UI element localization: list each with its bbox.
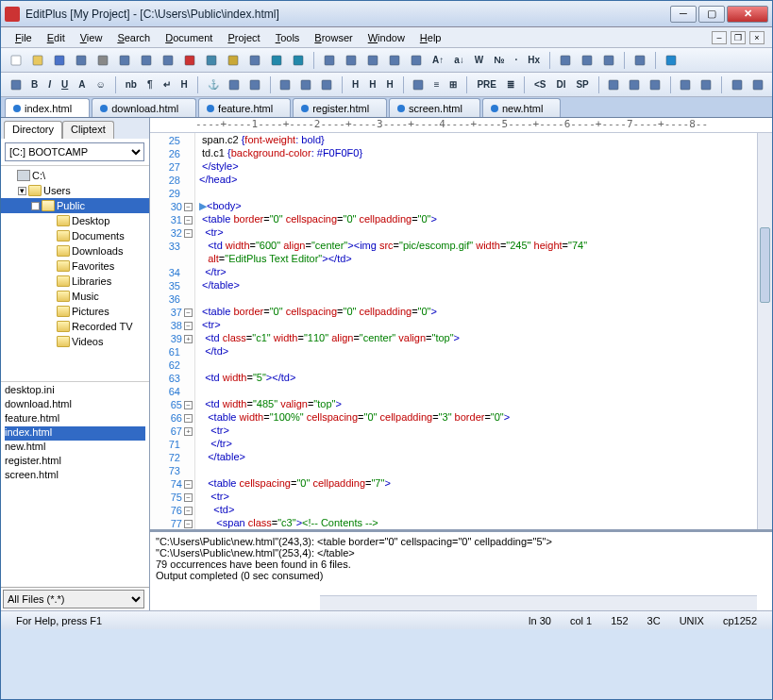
menu-tools[interactable]: Tools [269, 30, 307, 45]
word-wrap-button[interactable]: W [471, 51, 487, 70]
hex-button[interactable]: Hx [524, 51, 544, 70]
tr-button[interactable]: ≡ [430, 75, 444, 94]
file-feature-html[interactable]: feature.html [5, 412, 145, 426]
menu-document[interactable]: Document [159, 30, 219, 45]
para-button[interactable]: ¶ [143, 75, 157, 94]
output-scrollbar[interactable] [320, 595, 757, 610]
menu-edit[interactable]: Edit [41, 30, 72, 45]
code-editor[interactable]: 252627282930−31−32−3334353637−38−39+6162… [150, 133, 772, 529]
win2-button[interactable] [578, 51, 597, 70]
menu-help[interactable]: Help [413, 30, 448, 45]
file-filter[interactable]: All Files (*.*) [1, 587, 149, 610]
output-panel[interactable]: "C:\Users\Public\new.html"(243,3): <tabl… [150, 529, 772, 610]
td-button[interactable]: ⊞ [445, 75, 461, 94]
v2-button[interactable] [748, 75, 766, 94]
file-desktop-ini[interactable]: desktop.ini [5, 384, 145, 398]
tree-node-Desktop[interactable]: Desktop [1, 213, 149, 228]
fold-icon[interactable]: − [184, 229, 193, 238]
file-list[interactable]: desktop.inidownload.htmlfeature.htmlinde… [1, 382, 149, 587]
mdi-close-button[interactable]: × [749, 31, 765, 44]
menu-search[interactable]: Search [110, 30, 157, 45]
filter-select[interactable]: All Files (*.*) [3, 590, 144, 608]
gutter[interactable]: 252627282930−31−32−3334353637−38−39+6162… [150, 133, 195, 529]
expand-icon[interactable]: ▾ [18, 187, 26, 195]
copy-button[interactable] [202, 51, 221, 70]
br-button[interactable]: ↵ [160, 75, 175, 94]
redo-button[interactable] [289, 51, 308, 70]
help-button[interactable] [662, 51, 681, 70]
tab-new-html[interactable]: new.html [482, 98, 561, 117]
tree-node-Public[interactable]: ▾Public [1, 198, 149, 213]
di-button[interactable]: DI [552, 75, 569, 94]
spell-button[interactable] [342, 51, 361, 70]
fold-icon[interactable]: − [184, 507, 193, 515]
print-button[interactable] [93, 51, 112, 70]
list-button[interactable]: PRE [473, 75, 500, 94]
vertical-scrollbar[interactable] [757, 133, 772, 529]
ul-button[interactable]: ≣ [503, 75, 518, 94]
tree-node-Libraries[interactable]: Libraries [1, 274, 149, 289]
menu-window[interactable]: Window [361, 30, 412, 45]
mdi-minimize-button[interactable]: – [712, 31, 727, 44]
wrap-button[interactable] [320, 51, 339, 70]
file-download-html[interactable]: download.html [5, 398, 145, 412]
new-button[interactable] [7, 51, 25, 70]
file-register-html[interactable]: register.html [5, 455, 145, 469]
file-new-html[interactable]: new.html [5, 441, 145, 455]
fold-icon[interactable]: − [184, 216, 193, 225]
nbsp-button[interactable]: nb [122, 75, 141, 94]
show-ws-button[interactable]: · [511, 51, 521, 70]
sidebar-tab-directory[interactable]: Directory [4, 121, 62, 139]
fold-icon[interactable]: − [184, 480, 193, 489]
case-lower-button[interactable]: a↓ [450, 51, 468, 70]
img-button[interactable] [226, 75, 244, 94]
italic-button[interactable]: I [44, 75, 55, 94]
file-index-html[interactable]: index.html [5, 426, 145, 441]
bold-button[interactable]: B [27, 75, 42, 94]
code-button[interactable] [677, 75, 695, 94]
del-button[interactable] [245, 51, 264, 70]
sidebar-tab-cliptext[interactable]: Cliptext [62, 121, 114, 139]
left-button[interactable] [277, 75, 294, 94]
sp-button[interactable]: SP [572, 75, 592, 94]
tab-screen-html[interactable]: screen.html [389, 98, 480, 117]
tree-node-Favorites[interactable]: Favorites [1, 258, 149, 274]
fold-icon[interactable]: + [184, 335, 193, 343]
fold-icon[interactable]: + [184, 427, 193, 436]
tree-node-Recorded-TV[interactable]: Recorded TV [1, 319, 149, 334]
maximize-button[interactable]: ▢ [698, 6, 725, 23]
pal3-button[interactable] [647, 75, 664, 94]
scroll-thumb[interactable] [760, 227, 770, 303]
source-pane[interactable]: span.c2 {font-weight: bold} td.c1 {backg… [195, 133, 772, 529]
menu-project[interactable]: Project [221, 30, 266, 45]
file-screen-html[interactable]: screen.html [5, 469, 145, 483]
split-button[interactable] [599, 51, 618, 70]
menu-browser[interactable]: Browser [308, 30, 359, 45]
fold-icon[interactable]: − [184, 308, 193, 317]
menu-file[interactable]: File [8, 30, 39, 45]
save-button[interactable] [50, 51, 69, 70]
fold-icon[interactable]: − [184, 414, 193, 423]
win1-button[interactable] [556, 51, 575, 70]
line-num-button[interactable]: № [490, 51, 508, 70]
rec-button[interactable] [7, 75, 25, 94]
fold-icon[interactable]: − [184, 493, 193, 502]
open-button[interactable] [28, 51, 47, 70]
h-button[interactable]: H [365, 75, 379, 94]
minimize-button[interactable]: ─ [670, 6, 697, 23]
fold-icon[interactable]: − [184, 520, 193, 528]
fold-icon[interactable]: − [184, 401, 193, 409]
indent-button[interactable] [407, 51, 426, 70]
tree-node-Music[interactable]: Music [1, 289, 149, 304]
table-button[interactable] [410, 75, 428, 94]
outdent-button[interactable] [385, 51, 404, 70]
center-button[interactable] [246, 75, 264, 94]
mdi-restore-button[interactable]: ❐ [731, 31, 746, 44]
v1-button[interactable] [728, 75, 746, 94]
tree-node-Users[interactable]: ▾Users [1, 183, 149, 198]
anchor-button[interactable]: ⚓ [204, 75, 223, 94]
pal1-button[interactable] [605, 75, 623, 94]
font-button[interactable]: A [75, 75, 89, 94]
tab-register-html[interactable]: register.html [293, 98, 387, 117]
tree-node-Videos[interactable]: Videos [1, 334, 149, 349]
